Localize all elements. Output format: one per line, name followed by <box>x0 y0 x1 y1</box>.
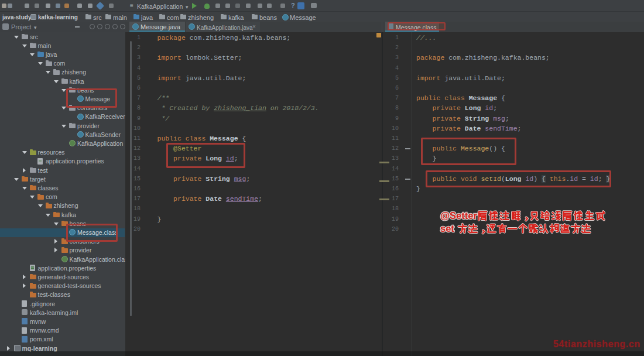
svg-text:@Setter: @Setter <box>440 210 477 221</box>
svg-text:set: set <box>440 223 454 234</box>
